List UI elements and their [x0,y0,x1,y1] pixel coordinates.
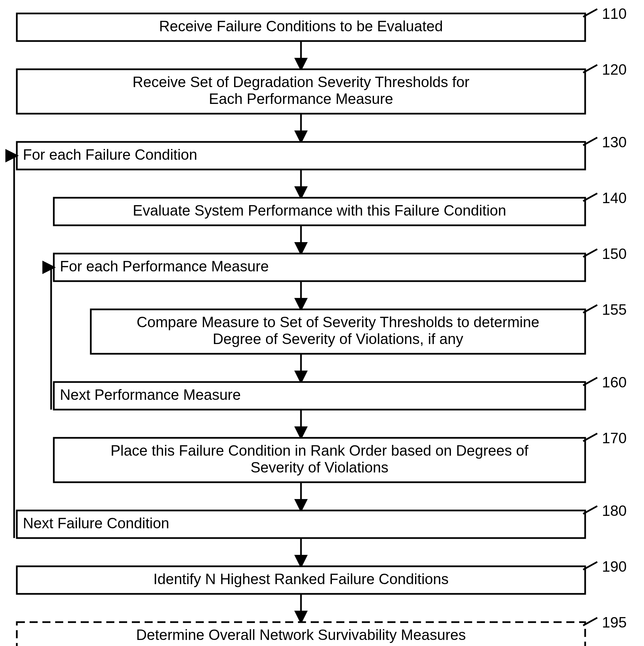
step-text-180-line0: Next Failure Condition [23,515,169,531]
step-text-170-line1: Severity of Violations [251,459,388,476]
step-text-160-line0: Next Performance Measure [60,386,241,403]
ref-label-140: 140 [602,190,627,206]
step-text-190-line0: Identify N Highest Ranked Failure Condit… [153,571,449,587]
ref-label-120: 120 [602,61,627,78]
ref-label-160: 160 [602,374,627,390]
ref-label-195: 195 [602,614,627,631]
loop-back-180-to-130 [14,156,15,538]
step-text-155-line1: Degree of Severity of Violations, if any [213,331,463,347]
step-text-195-line0: Determine Overall Network Survivability … [136,626,466,643]
ref-label-110: 110 [602,5,627,22]
ref-label-180: 180 [602,502,627,519]
ref-label-155: 155 [602,301,627,318]
step-text-120-line1: Each Performance Measure [209,90,393,107]
flowchart-canvas: Receive Failure Conditions to be Evaluat… [0,0,644,646]
step-text-140-line0: Evaluate System Performance with this Fa… [133,202,506,219]
ref-label-150: 150 [602,245,627,262]
ref-label-190: 190 [602,558,627,575]
step-text-170-line0: Place this Failure Condition in Rank Ord… [111,442,529,459]
step-text-110-line0: Receive Failure Conditions to be Evaluat… [159,18,443,34]
step-text-155-line0: Compare Measure to Set of Severity Thres… [137,314,539,330]
step-text-130-line0: For each Failure Condition [23,146,197,163]
ref-label-170: 170 [602,430,627,446]
step-text-150-line0: For each Performance Measure [60,258,269,274]
step-text-120-line0: Receive Set of Degradation Severity Thre… [132,74,469,90]
loop-back-160-to-150 [51,267,52,410]
ref-label-130: 130 [602,134,627,150]
